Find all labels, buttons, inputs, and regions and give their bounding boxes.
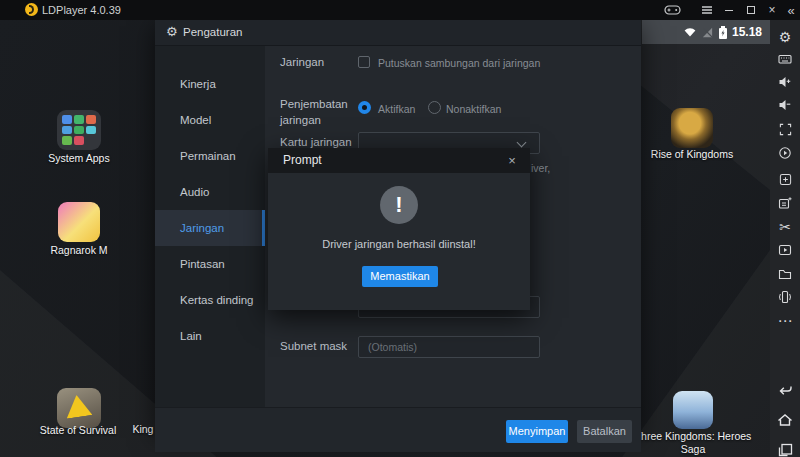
subnet-mask-label: Subnet mask (280, 340, 347, 352)
prompt-close-icon[interactable]: × (504, 153, 520, 169)
mini-app-icon (86, 126, 96, 135)
app-icon-rise-of-kingdoms[interactable] (671, 108, 713, 148)
video-recorder-icon[interactable] (770, 240, 800, 260)
android-status-bar: 15.18 (642, 20, 770, 44)
bridge-disable-radio[interactable] (428, 101, 441, 114)
app-icon-ragnarok-m[interactable] (58, 202, 100, 242)
menu-icon[interactable] (697, 0, 717, 20)
settings-icon[interactable]: ⚙ (770, 27, 800, 47)
bridge-enable-label: Aktifkan (378, 103, 415, 115)
menu-item-pintasan[interactable]: Pintasan (155, 246, 265, 282)
operation-recorder-icon[interactable] (770, 143, 800, 163)
settings-dialog-title: Pengaturan (183, 26, 242, 38)
status-time: 15.18 (732, 25, 762, 39)
ldplayer-logo-icon (25, 3, 38, 16)
mini-app-icon (62, 136, 72, 145)
fullscreen-icon[interactable] (770, 119, 800, 139)
prompt-message: Driver jaringan berhasil diinstal! (268, 238, 530, 250)
gear-icon: ⚙ (166, 24, 178, 39)
menu-item-lain[interactable]: Lain (155, 318, 265, 354)
more-icon[interactable]: ⋯ (770, 310, 800, 330)
hint-text-fragment: iver, (531, 162, 550, 174)
subnet-mask-field[interactable]: (Otomatis) (358, 336, 540, 358)
confirm-button[interactable]: Memastikan (362, 266, 438, 287)
bridge-label-line1: Penjembatan (280, 98, 348, 110)
cell-signal-icon (701, 26, 714, 39)
bridge-enable-radio[interactable] (358, 101, 371, 114)
network-card-label: Kartu jaringan (280, 136, 352, 148)
disconnect-label: Putuskan sambungan dari jaringan (378, 57, 540, 69)
recent-apps-icon[interactable] (770, 440, 800, 457)
prompt-dialog: Prompt × ! Driver jaringan berhasil diin… (268, 148, 530, 310)
ldplayer-window: 15.18 System Apps Ragnarok M Rise of Kin… (0, 0, 800, 457)
app-label[interactable]: System Apps (29, 152, 129, 165)
mini-app-icon (74, 136, 84, 145)
battery-icon (718, 25, 728, 40)
save-button[interactable]: Menyimpan (506, 420, 568, 443)
app-icon-state-of-survival[interactable] (57, 388, 101, 428)
app-label[interactable]: Ragnarok M (29, 244, 129, 257)
settings-footer: Menyimpan Batalkan (155, 407, 641, 452)
bridge-label-line2: jaringan (280, 114, 321, 126)
maximize-button[interactable] (741, 0, 761, 20)
close-button[interactable]: × (762, 0, 782, 20)
back-icon[interactable] (770, 380, 800, 400)
app-label[interactable]: Three Kingdoms: Heroes Saga (628, 430, 758, 456)
exclamation-icon: ! (380, 186, 418, 224)
screenshot-scissors-icon[interactable]: ✂ (770, 217, 800, 237)
home-icon[interactable] (770, 410, 800, 430)
shake-icon[interactable] (770, 287, 800, 307)
menu-item-kertas-dinding[interactable]: Kertas dinding (155, 282, 265, 318)
disconnect-checkbox[interactable] (358, 56, 370, 68)
settings-dialog-header: ⚙ Pengaturan (155, 20, 641, 46)
apk-manager-icon[interactable] (770, 193, 800, 213)
prompt-title: Prompt (283, 153, 322, 167)
bridge-disable-label: Nonaktifkan (446, 103, 501, 115)
window-titlebar: LDPlayer 4.0.39 × « (0, 0, 800, 20)
network-section-label: Jaringan (280, 56, 324, 68)
gamepad-icon[interactable] (662, 0, 682, 20)
cancel-button[interactable]: Batalkan (577, 420, 632, 443)
mini-app-icon (86, 115, 96, 124)
keyboard-mapping-icon[interactable] (770, 49, 800, 69)
wifi-icon (683, 25, 697, 39)
prompt-header: Prompt × (268, 148, 530, 173)
warning-triangle-icon (64, 393, 93, 418)
settings-menu: Kinerja Model Permainan Audio Jaringan P… (155, 46, 265, 407)
volume-up-icon[interactable] (770, 72, 800, 92)
toolbar-sidebar: ⚙ ✂ ⋯ (770, 20, 800, 457)
minimize-button[interactable] (719, 0, 739, 20)
mini-app-icon (74, 115, 84, 124)
collapse-sidebar-icon[interactable]: « (781, 0, 800, 20)
app-icon-three-kingdoms[interactable] (673, 391, 713, 429)
menu-item-audio[interactable]: Audio (155, 174, 265, 210)
volume-down-icon[interactable] (770, 95, 800, 115)
app-label[interactable]: Rise of Kingdoms (642, 148, 742, 161)
menu-item-permainan[interactable]: Permainan (155, 138, 265, 174)
menu-item-kinerja[interactable]: Kinerja (155, 66, 265, 102)
app-icon-system-apps[interactable] (57, 110, 101, 150)
mini-app-icon (62, 126, 72, 135)
app-label[interactable]: State of Survival (28, 424, 128, 437)
menu-item-model[interactable]: Model (155, 102, 265, 138)
window-title: LDPlayer 4.0.39 (42, 4, 121, 16)
shared-folder-icon[interactable] (770, 264, 800, 284)
mini-app-icon (74, 126, 84, 135)
menu-item-jaringan[interactable]: Jaringan (155, 210, 265, 246)
mini-app-icon (62, 115, 72, 124)
install-apk-icon[interactable] (770, 169, 800, 189)
